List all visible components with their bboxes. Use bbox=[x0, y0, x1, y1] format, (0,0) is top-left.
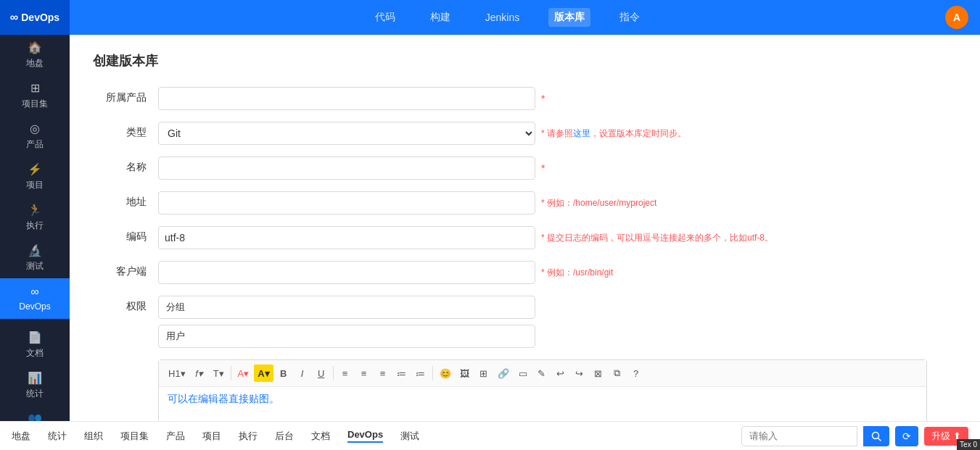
toolbar-text[interactable]: T▾ bbox=[210, 364, 228, 382]
sidebar-item-projectset[interactable]: ⊞ 项目集 bbox=[0, 75, 70, 116]
toolbar-font-color[interactable]: A▾ bbox=[234, 364, 253, 382]
label-permission: 权限 bbox=[93, 296, 158, 313]
bottom-search-button[interactable] bbox=[863, 426, 889, 446]
devops-icon: ∞ bbox=[30, 286, 38, 299]
perm-user[interactable]: 用户 bbox=[158, 325, 535, 348]
label-type: 类型 bbox=[93, 122, 158, 139]
sidebar-label-devops: DevOps bbox=[19, 301, 50, 312]
perm-group[interactable]: 分组 bbox=[158, 296, 535, 319]
sidebar-label-execute: 执行 bbox=[26, 220, 44, 232]
hint-address: * 例如：/home/user/myproject bbox=[541, 197, 656, 209]
toolbar-divider-1 bbox=[231, 366, 231, 380]
top-navigation: ∞ DevOps 代码 构建 Jenkins 版本库 指令 A bbox=[0, 0, 980, 35]
toolbar-h1[interactable]: H1▾ bbox=[165, 364, 189, 382]
sidebar-item-product[interactable]: ◎ 产品 bbox=[0, 116, 70, 157]
toolbar-divider-2 bbox=[333, 366, 334, 380]
toolbar-align-right[interactable]: ≡ bbox=[374, 364, 392, 382]
form-row-type: 类型 Git SVN * 请参照这里，设置版本库定时同步。 bbox=[93, 122, 957, 145]
input-encoding[interactable] bbox=[158, 226, 535, 249]
toolbar-align-center[interactable]: ≡ bbox=[355, 364, 373, 382]
nav-link-build[interactable]: 构建 bbox=[424, 8, 456, 27]
main-layout: 🏠 地盘 ⊞ 项目集 ◎ 产品 ⚡ 项目 🏃 执行 🔬 测试 ∞ DevOps bbox=[0, 35, 980, 421]
bottom-link-admin[interactable]: 后台 bbox=[275, 430, 294, 443]
toolbar-unordered-list[interactable]: ≔ bbox=[412, 364, 429, 382]
docs-icon: 📄 bbox=[28, 330, 42, 344]
toolbar-redo[interactable]: ↪ bbox=[571, 364, 588, 382]
toolbar-link[interactable]: 🔗 bbox=[494, 364, 513, 382]
select-type[interactable]: Git SVN bbox=[158, 122, 535, 145]
bottom-link-org[interactable]: 组织 bbox=[84, 430, 103, 443]
field-permission: 分组 用户 bbox=[158, 296, 957, 348]
toolbar-table[interactable]: ⊞ bbox=[475, 364, 493, 382]
sidebar-label-product: 产品 bbox=[26, 138, 44, 151]
bottom-link-product[interactable]: 产品 bbox=[166, 430, 185, 443]
bottom-search-input[interactable] bbox=[741, 426, 857, 446]
toolbar-underline[interactable]: U bbox=[313, 364, 330, 382]
brand-logo[interactable]: ∞ DevOps bbox=[0, 0, 70, 35]
hint-link-type[interactable]: 这里 bbox=[573, 128, 590, 138]
nav-link-jenkins[interactable]: Jenkins bbox=[479, 9, 525, 26]
svg-line-1 bbox=[878, 438, 881, 441]
bottom-link-dashboard[interactable]: 地盘 bbox=[12, 430, 30, 443]
sidebar-item-org[interactable]: 👥 组织 bbox=[0, 406, 70, 421]
upgrade-label: 升级 bbox=[931, 430, 950, 443]
bottom-link-projectset[interactable]: 项目集 bbox=[120, 430, 149, 443]
toolbar-code[interactable]: ✎ bbox=[533, 364, 551, 382]
nav-link-repo[interactable]: 版本库 bbox=[548, 8, 590, 27]
brand-label: DevOps bbox=[21, 12, 59, 23]
page-title: 创建版本库 bbox=[93, 52, 957, 70]
bottom-link-docs[interactable]: 文档 bbox=[311, 430, 330, 443]
input-product[interactable] bbox=[158, 87, 535, 110]
nav-link-command[interactable]: 指令 bbox=[614, 8, 646, 27]
user-avatar[interactable]: A bbox=[945, 6, 968, 29]
toolbar-ordered-list[interactable]: ≔ bbox=[393, 364, 411, 382]
nav-link-code[interactable]: 代码 bbox=[369, 8, 401, 27]
toolbar-source[interactable]: ⊠ bbox=[590, 364, 607, 382]
sidebar-item-stats[interactable]: 📊 统计 bbox=[0, 365, 70, 406]
toolbar-undo[interactable]: ↩ bbox=[552, 364, 569, 382]
editor-placeholder: 可以在编辑器直接贴图。 bbox=[168, 393, 279, 404]
hint-client: * 例如：/usr/bin/git bbox=[541, 267, 613, 279]
sidebar-item-dashboard[interactable]: 🏠 地盘 bbox=[0, 35, 70, 75]
input-name[interactable] bbox=[158, 157, 535, 180]
form-row-name: 名称 * bbox=[93, 157, 957, 180]
project-icon: ⚡ bbox=[28, 162, 42, 176]
sidebar-item-docs[interactable]: 📄 文档 bbox=[0, 325, 70, 365]
sidebar-item-devops[interactable]: ∞ DevOps bbox=[0, 278, 70, 319]
sidebar-label-dashboard: 地盘 bbox=[26, 57, 44, 70]
bottom-link-stats[interactable]: 统计 bbox=[48, 430, 67, 443]
translate-button[interactable]: ⟳ bbox=[895, 426, 918, 446]
sidebar-item-project[interactable]: ⚡ 项目 bbox=[0, 157, 70, 197]
bottom-link-execute[interactable]: 执行 bbox=[239, 430, 258, 443]
toolbar-image[interactable]: 🖼 bbox=[456, 364, 474, 382]
toolbar-help[interactable]: ? bbox=[627, 364, 645, 382]
sidebar-label-project: 项目 bbox=[26, 179, 44, 191]
toolbar-block[interactable]: ▭ bbox=[514, 364, 532, 382]
sidebar-item-test[interactable]: 🔬 测试 bbox=[0, 238, 70, 278]
input-client[interactable] bbox=[158, 261, 535, 284]
editor-body[interactable]: 可以在编辑器直接贴图。 bbox=[159, 387, 926, 421]
nav-links: 代码 构建 Jenkins 版本库 指令 bbox=[70, 8, 945, 27]
bottom-link-test[interactable]: 测试 bbox=[400, 430, 419, 443]
input-address[interactable] bbox=[158, 191, 535, 214]
perm-group-label: 分组 bbox=[166, 301, 185, 314]
stats-icon: 📊 bbox=[28, 371, 42, 385]
toolbar-emoji[interactable]: 😊 bbox=[436, 364, 455, 382]
toolbar-formula[interactable]: f▾ bbox=[191, 364, 208, 382]
test-icon: 🔬 bbox=[28, 243, 42, 257]
sidebar-item-execute[interactable]: 🏃 执行 bbox=[0, 197, 70, 238]
toolbar-italic[interactable]: I bbox=[294, 364, 311, 382]
field-address: * 例如：/home/user/myproject bbox=[158, 191, 957, 214]
toolbar-copy[interactable]: ⧉ bbox=[609, 364, 626, 382]
toolbar-bg-color[interactable]: A▾ bbox=[254, 364, 273, 382]
label-product: 所属产品 bbox=[93, 87, 158, 104]
bottom-link-devops[interactable]: DevOps bbox=[347, 429, 383, 443]
field-name: * bbox=[158, 157, 957, 180]
bottom-link-project[interactable]: 项目 bbox=[202, 430, 221, 443]
toolbar-bold[interactable]: B bbox=[275, 364, 292, 382]
toolbar-align-left[interactable]: ≡ bbox=[337, 364, 354, 382]
form-row-description: H1▾ f▾ T▾ A▾ A▾ B I U ≡ ≡ ≡ bbox=[93, 359, 957, 421]
execute-icon: 🏃 bbox=[28, 203, 42, 217]
product-icon: ◎ bbox=[30, 122, 40, 136]
field-type: Git SVN * 请参照这里，设置版本库定时同步。 bbox=[158, 122, 957, 145]
